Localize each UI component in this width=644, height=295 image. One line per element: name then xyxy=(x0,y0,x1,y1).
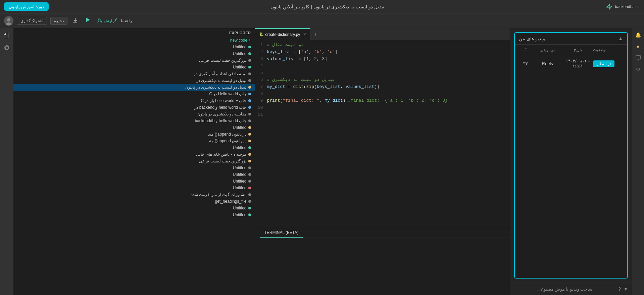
code-line-1: # دو لیست مثال xyxy=(267,42,507,49)
sidebar-item-6[interactable]: تبدیل دو لیست به دیکشنری در پایتون xyxy=(13,84,255,91)
sidebar-item-20[interactable]: Untitled xyxy=(13,178,255,185)
logo[interactable]: backendbaz.ir xyxy=(606,3,640,10)
dot-icon-15 xyxy=(248,146,251,149)
files-icon[interactable] xyxy=(2,31,11,40)
sidebar-item-label-19: Untitled xyxy=(233,172,247,177)
dot-icon-16 xyxy=(248,153,251,156)
sidebar-item-24[interactable]: Untitled xyxy=(13,205,255,211)
sidebar-item-25[interactable]: Untitled xyxy=(13,211,255,218)
sidebar-item-label-15: Untitled xyxy=(233,145,247,150)
share-button[interactable]: اشتراک‌گذاری xyxy=(17,17,47,25)
star-icon[interactable]: ★ xyxy=(634,42,642,50)
sidebar-item-18[interactable]: Untitled xyxy=(13,164,255,171)
sidebar-item-14[interactable]: در پایتون append() متد xyxy=(13,138,255,144)
content-area: 🐍 create-dictionary.py ✕ + 1 2 3 4 5 6 7… xyxy=(255,28,510,295)
run-icon xyxy=(84,16,91,23)
sidebar-item-5[interactable]: تبدیل دو لیست به دیکشنری در xyxy=(13,77,255,84)
save-button[interactable]: ذخیره xyxy=(50,17,67,25)
num-cell: ۳۳ xyxy=(519,61,532,66)
avatar xyxy=(4,16,13,26)
right-panel: 🔔 ★ ⚙ ▲ ویدیو های من وضعیت تاریخ xyxy=(510,28,644,295)
explorer-title: EXPLORER xyxy=(13,28,255,37)
col-header-status: وضعیت xyxy=(593,47,623,52)
logo-icon xyxy=(606,3,613,10)
question-icon[interactable]: ? xyxy=(618,286,621,292)
sidebar-item-0[interactable]: Untitled xyxy=(13,44,255,50)
report-link[interactable]: گزارش باگ xyxy=(96,18,117,23)
code-line-3: values_list = [1, 2, 3] xyxy=(267,56,507,63)
video-table-header: وضعیت تاریخ نوع ویدیو # xyxy=(515,45,627,55)
dot-icon-25 xyxy=(248,213,251,216)
tab-active[interactable]: 🐍 create-dictionary.py ✕ xyxy=(255,28,311,40)
dot-icon-0 xyxy=(248,46,251,48)
sidebar-item-7[interactable]: چاپ Hello world در C xyxy=(13,91,255,97)
bell-icon[interactable]: 🔔 xyxy=(634,31,642,39)
type-cell: Reels xyxy=(532,61,562,66)
sidebar-item-11[interactable]: چاپ hello world و backenddb xyxy=(13,117,255,124)
course-button[interactable]: دوره آموزش پایتون xyxy=(4,2,49,11)
new-code-button[interactable]: + new code xyxy=(13,37,255,44)
sidebar-item-17[interactable]: بزرگترین جفت لیست فرعی xyxy=(13,158,255,164)
code-lines: 1 2 3 4 5 6 7 8 9 10 11 # دو لیست مثال k… xyxy=(255,40,510,120)
sidebar-item-2[interactable]: بزرگترین جفت لیست فرعی xyxy=(13,57,255,64)
sidebar-item-label-20: Untitled xyxy=(233,179,247,184)
download-button[interactable] xyxy=(71,16,80,26)
code-line-8 xyxy=(267,91,507,98)
top-bar-left: backendbaz.ir xyxy=(606,3,640,10)
sidebar-item-15[interactable]: Untitled xyxy=(13,144,255,151)
sidebar-item-16[interactable]: مرحله ۱ - یافتن خانه های خالی xyxy=(13,151,255,158)
ai-label[interactable]: ساخت ویدیو با هوش مصنوعی xyxy=(514,287,615,292)
sidebar-item-4[interactable]: بید تصادفی اعداد و آمار گیری در xyxy=(13,70,255,77)
settings-icon[interactable] xyxy=(2,43,11,52)
dot-icon-22 xyxy=(248,193,251,196)
sidebar-item-3[interactable]: Untitled xyxy=(13,64,255,70)
sidebar-item-19[interactable]: Untitled xyxy=(13,171,255,178)
code-editor[interactable]: 1 2 3 4 5 6 7 8 9 10 11 # دو لیست مثال k… xyxy=(255,40,510,228)
sidebar-item-23[interactable]: get_headings_file xyxy=(13,198,255,205)
sidebar-item-1[interactable]: Untitled xyxy=(13,50,255,57)
help-label: راهنما xyxy=(121,18,132,23)
sidebar-item-22[interactable]: مشتورات گیت از متن فرمت شده xyxy=(13,191,255,198)
ai-chevron-down[interactable]: ▼ xyxy=(624,287,628,292)
sidebar-item-12[interactable]: Untitled xyxy=(13,124,255,131)
sidebar-item-label-14: در پایتون append() متد xyxy=(208,139,246,143)
dot-icon-18 xyxy=(248,166,251,169)
tab-close-button[interactable]: ✕ xyxy=(303,32,306,37)
col-header-num: # xyxy=(519,47,532,52)
code-content[interactable]: # دو لیست مثال keys_list = ['a', 'b', 'c… xyxy=(267,42,510,118)
sidebar-item-label-13: در پایتون append() متد xyxy=(208,132,246,137)
sidebar-item-9[interactable]: چاپ hello world و backend در xyxy=(13,104,255,111)
line-numbers: 1 2 3 4 5 6 7 8 9 10 11 xyxy=(255,42,267,118)
dot-icon-20 xyxy=(248,180,251,183)
terminal-body[interactable] xyxy=(255,238,510,295)
sidebar-item-21[interactable]: Untitled xyxy=(13,185,255,191)
monitor-icon[interactable] xyxy=(634,54,642,62)
sidebar-item-13[interactable]: در پایتون append() متد xyxy=(13,131,255,138)
tabs-bar: 🐍 create-dictionary.py ✕ + xyxy=(255,28,510,40)
svg-rect-5 xyxy=(636,56,641,59)
panel-chevron-up[interactable]: ▲ xyxy=(618,36,623,42)
sidebar-item-8[interactable]: چاپ hello world F بار در C xyxy=(13,97,255,104)
dot-icon-19 xyxy=(248,173,251,176)
code-line-11 xyxy=(267,111,507,118)
dot-icon-7 xyxy=(248,93,251,95)
sidebar-item-label-24: Untitled xyxy=(233,206,247,210)
dot-icon-1 xyxy=(248,52,251,55)
svg-point-2 xyxy=(7,18,10,21)
code-line-6: # تبدیل دو لیست به دیکشنری xyxy=(267,77,507,84)
tab-filename: create-dictionary.py xyxy=(265,32,300,37)
tab-add-button[interactable]: + xyxy=(310,31,320,37)
sidebar-item-10[interactable]: مقایسه دو دیکشنری در پایتون xyxy=(13,111,255,117)
svg-marker-0 xyxy=(607,4,612,9)
avatar-img xyxy=(4,16,13,26)
sidebar-item-label-11: چاپ hello world و backenddb xyxy=(195,118,246,123)
code-line-9: print("final dict: ", my_dict) #final di… xyxy=(267,97,507,104)
gear-icon-right[interactable]: ⚙ xyxy=(634,65,642,73)
top-bar-right: دوره آموزش پایتون xyxy=(4,2,49,11)
top-bar: backendbaz.ir تبدیل دو لیست به دیکشنری د… xyxy=(0,0,644,13)
run-button[interactable] xyxy=(83,15,92,26)
dot-icon-3 xyxy=(248,66,251,68)
sidebar-item-label-9: چاپ hello world و backend در xyxy=(194,105,246,110)
dot-icon-4 xyxy=(248,72,251,75)
sidebar-item-label-16: مرحله ۱ - یافتن خانه های خالی xyxy=(196,152,246,157)
